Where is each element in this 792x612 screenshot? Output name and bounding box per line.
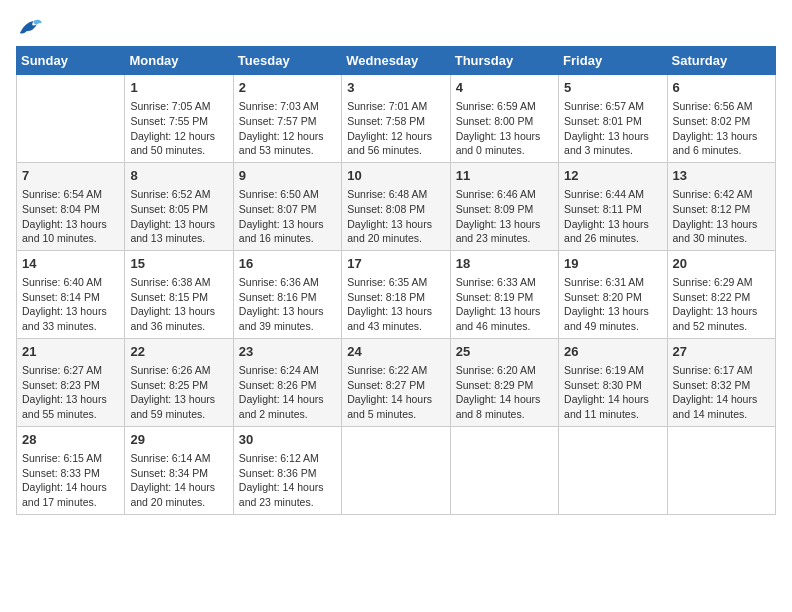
calendar-cell: 30Sunrise: 6:12 AMSunset: 8:36 PMDayligh… xyxy=(233,426,341,514)
day-info: Sunrise: 6:35 AMSunset: 8:18 PMDaylight:… xyxy=(347,275,444,334)
calendar-cell: 4Sunrise: 6:59 AMSunset: 8:00 PMDaylight… xyxy=(450,75,558,163)
day-number: 9 xyxy=(239,167,336,185)
day-number: 6 xyxy=(673,79,770,97)
day-number: 17 xyxy=(347,255,444,273)
day-info: Sunrise: 6:57 AMSunset: 8:01 PMDaylight:… xyxy=(564,99,661,158)
calendar-cell: 17Sunrise: 6:35 AMSunset: 8:18 PMDayligh… xyxy=(342,250,450,338)
day-info: Sunrise: 6:36 AMSunset: 8:16 PMDaylight:… xyxy=(239,275,336,334)
day-number: 24 xyxy=(347,343,444,361)
day-info: Sunrise: 6:59 AMSunset: 8:00 PMDaylight:… xyxy=(456,99,553,158)
day-number: 18 xyxy=(456,255,553,273)
weekday-header-wednesday: Wednesday xyxy=(342,47,450,75)
day-number: 23 xyxy=(239,343,336,361)
day-info: Sunrise: 6:27 AMSunset: 8:23 PMDaylight:… xyxy=(22,363,119,422)
calendar-cell: 9Sunrise: 6:50 AMSunset: 8:07 PMDaylight… xyxy=(233,162,341,250)
calendar-cell: 13Sunrise: 6:42 AMSunset: 8:12 PMDayligh… xyxy=(667,162,775,250)
calendar-cell: 12Sunrise: 6:44 AMSunset: 8:11 PMDayligh… xyxy=(559,162,667,250)
day-info: Sunrise: 6:54 AMSunset: 8:04 PMDaylight:… xyxy=(22,187,119,246)
calendar-cell: 28Sunrise: 6:15 AMSunset: 8:33 PMDayligh… xyxy=(17,426,125,514)
day-number: 14 xyxy=(22,255,119,273)
day-number: 13 xyxy=(673,167,770,185)
day-info: Sunrise: 6:22 AMSunset: 8:27 PMDaylight:… xyxy=(347,363,444,422)
day-number: 22 xyxy=(130,343,227,361)
calendar-week-row: 28Sunrise: 6:15 AMSunset: 8:33 PMDayligh… xyxy=(17,426,776,514)
day-info: Sunrise: 6:52 AMSunset: 8:05 PMDaylight:… xyxy=(130,187,227,246)
day-number: 10 xyxy=(347,167,444,185)
day-number: 2 xyxy=(239,79,336,97)
calendar-cell: 3Sunrise: 7:01 AMSunset: 7:58 PMDaylight… xyxy=(342,75,450,163)
day-info: Sunrise: 6:46 AMSunset: 8:09 PMDaylight:… xyxy=(456,187,553,246)
day-info: Sunrise: 6:42 AMSunset: 8:12 PMDaylight:… xyxy=(673,187,770,246)
day-number: 12 xyxy=(564,167,661,185)
day-info: Sunrise: 6:17 AMSunset: 8:32 PMDaylight:… xyxy=(673,363,770,422)
weekday-header-sunday: Sunday xyxy=(17,47,125,75)
day-info: Sunrise: 6:20 AMSunset: 8:29 PMDaylight:… xyxy=(456,363,553,422)
day-info: Sunrise: 6:56 AMSunset: 8:02 PMDaylight:… xyxy=(673,99,770,158)
calendar-week-row: 14Sunrise: 6:40 AMSunset: 8:14 PMDayligh… xyxy=(17,250,776,338)
calendar-cell: 27Sunrise: 6:17 AMSunset: 8:32 PMDayligh… xyxy=(667,338,775,426)
calendar-week-row: 21Sunrise: 6:27 AMSunset: 8:23 PMDayligh… xyxy=(17,338,776,426)
weekday-header-row: SundayMondayTuesdayWednesdayThursdayFrid… xyxy=(17,47,776,75)
calendar-cell: 5Sunrise: 6:57 AMSunset: 8:01 PMDaylight… xyxy=(559,75,667,163)
day-info: Sunrise: 6:12 AMSunset: 8:36 PMDaylight:… xyxy=(239,451,336,510)
day-info: Sunrise: 6:31 AMSunset: 8:20 PMDaylight:… xyxy=(564,275,661,334)
day-number: 30 xyxy=(239,431,336,449)
day-info: Sunrise: 6:44 AMSunset: 8:11 PMDaylight:… xyxy=(564,187,661,246)
day-number: 16 xyxy=(239,255,336,273)
day-number: 3 xyxy=(347,79,444,97)
day-info: Sunrise: 6:48 AMSunset: 8:08 PMDaylight:… xyxy=(347,187,444,246)
page-header xyxy=(16,16,776,38)
weekday-header-tuesday: Tuesday xyxy=(233,47,341,75)
day-info: Sunrise: 7:01 AMSunset: 7:58 PMDaylight:… xyxy=(347,99,444,158)
calendar-cell: 2Sunrise: 7:03 AMSunset: 7:57 PMDaylight… xyxy=(233,75,341,163)
calendar-cell: 22Sunrise: 6:26 AMSunset: 8:25 PMDayligh… xyxy=(125,338,233,426)
calendar-cell: 16Sunrise: 6:36 AMSunset: 8:16 PMDayligh… xyxy=(233,250,341,338)
calendar-cell: 19Sunrise: 6:31 AMSunset: 8:20 PMDayligh… xyxy=(559,250,667,338)
day-number: 5 xyxy=(564,79,661,97)
day-number: 1 xyxy=(130,79,227,97)
day-info: Sunrise: 6:15 AMSunset: 8:33 PMDaylight:… xyxy=(22,451,119,510)
calendar-cell: 11Sunrise: 6:46 AMSunset: 8:09 PMDayligh… xyxy=(450,162,558,250)
calendar-cell: 21Sunrise: 6:27 AMSunset: 8:23 PMDayligh… xyxy=(17,338,125,426)
logo xyxy=(16,16,48,38)
day-number: 19 xyxy=(564,255,661,273)
calendar-cell xyxy=(667,426,775,514)
calendar-cell: 18Sunrise: 6:33 AMSunset: 8:19 PMDayligh… xyxy=(450,250,558,338)
day-number: 8 xyxy=(130,167,227,185)
calendar-cell xyxy=(17,75,125,163)
calendar-cell: 8Sunrise: 6:52 AMSunset: 8:05 PMDaylight… xyxy=(125,162,233,250)
day-number: 27 xyxy=(673,343,770,361)
calendar-cell xyxy=(450,426,558,514)
day-info: Sunrise: 6:26 AMSunset: 8:25 PMDaylight:… xyxy=(130,363,227,422)
day-info: Sunrise: 6:40 AMSunset: 8:14 PMDaylight:… xyxy=(22,275,119,334)
calendar-cell: 7Sunrise: 6:54 AMSunset: 8:04 PMDaylight… xyxy=(17,162,125,250)
day-number: 20 xyxy=(673,255,770,273)
calendar-cell: 29Sunrise: 6:14 AMSunset: 8:34 PMDayligh… xyxy=(125,426,233,514)
weekday-header-thursday: Thursday xyxy=(450,47,558,75)
weekday-header-saturday: Saturday xyxy=(667,47,775,75)
calendar-cell: 25Sunrise: 6:20 AMSunset: 8:29 PMDayligh… xyxy=(450,338,558,426)
calendar-cell: 14Sunrise: 6:40 AMSunset: 8:14 PMDayligh… xyxy=(17,250,125,338)
calendar-cell: 15Sunrise: 6:38 AMSunset: 8:15 PMDayligh… xyxy=(125,250,233,338)
logo-bird-icon xyxy=(16,16,44,38)
day-number: 25 xyxy=(456,343,553,361)
calendar-cell: 26Sunrise: 6:19 AMSunset: 8:30 PMDayligh… xyxy=(559,338,667,426)
day-number: 21 xyxy=(22,343,119,361)
day-info: Sunrise: 6:24 AMSunset: 8:26 PMDaylight:… xyxy=(239,363,336,422)
day-info: Sunrise: 7:05 AMSunset: 7:55 PMDaylight:… xyxy=(130,99,227,158)
day-number: 28 xyxy=(22,431,119,449)
calendar-cell: 6Sunrise: 6:56 AMSunset: 8:02 PMDaylight… xyxy=(667,75,775,163)
day-number: 29 xyxy=(130,431,227,449)
day-info: Sunrise: 6:50 AMSunset: 8:07 PMDaylight:… xyxy=(239,187,336,246)
calendar-cell: 24Sunrise: 6:22 AMSunset: 8:27 PMDayligh… xyxy=(342,338,450,426)
calendar-table: SundayMondayTuesdayWednesdayThursdayFrid… xyxy=(16,46,776,515)
day-info: Sunrise: 6:19 AMSunset: 8:30 PMDaylight:… xyxy=(564,363,661,422)
weekday-header-friday: Friday xyxy=(559,47,667,75)
day-number: 26 xyxy=(564,343,661,361)
weekday-header-monday: Monday xyxy=(125,47,233,75)
calendar-week-row: 7Sunrise: 6:54 AMSunset: 8:04 PMDaylight… xyxy=(17,162,776,250)
day-number: 7 xyxy=(22,167,119,185)
day-number: 15 xyxy=(130,255,227,273)
day-info: Sunrise: 6:38 AMSunset: 8:15 PMDaylight:… xyxy=(130,275,227,334)
calendar-cell xyxy=(559,426,667,514)
